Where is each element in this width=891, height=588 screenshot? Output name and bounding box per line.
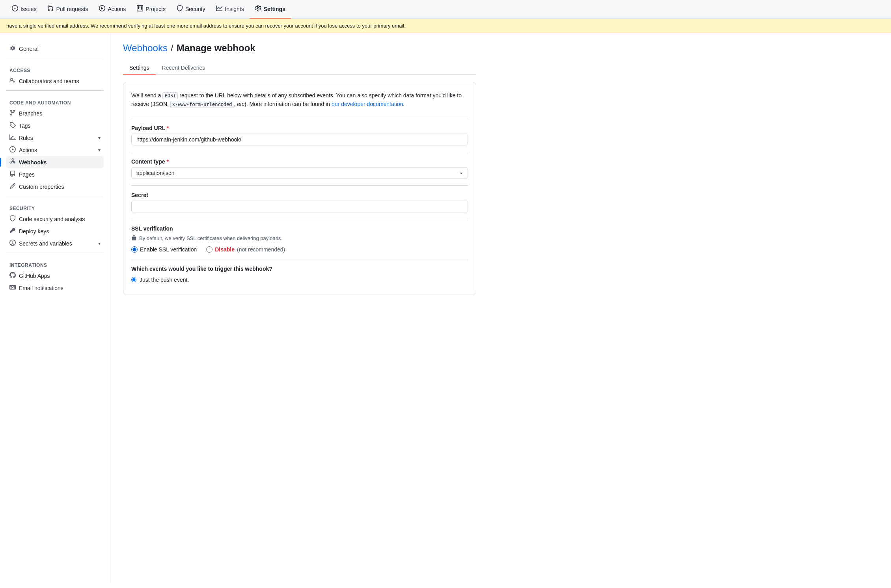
sidebar-item-pages[interactable]: Pages — [6, 168, 104, 180]
branches-icon — [9, 110, 16, 117]
sidebar-secrets-label: Secrets and variables — [19, 240, 95, 247]
custom-properties-icon — [9, 183, 16, 190]
nav-issues[interactable]: Issues — [6, 0, 42, 19]
disable-ssl-radio[interactable] — [206, 246, 212, 253]
payload-url-input[interactable] — [131, 134, 468, 145]
security-icon — [177, 5, 183, 13]
sidebar-item-rules[interactable]: Rules ▾ — [6, 132, 104, 144]
events-title: Which events would you like to trigger t… — [131, 266, 468, 272]
sidebar-code-security-label: Code security and analysis — [19, 216, 101, 222]
webhooks-icon — [9, 158, 16, 166]
enable-ssl-radio[interactable] — [131, 246, 138, 253]
settings-icon — [255, 5, 261, 13]
sidebar-divider-1 — [6, 58, 104, 58]
page-title: Webhooks / Manage webhook — [123, 43, 476, 54]
sidebar-item-email-notifications[interactable]: Email notifications — [6, 282, 104, 294]
urlencoded-code: x-www-form-urlencoded — [170, 101, 234, 108]
sidebar-item-collaborators[interactable]: Collaborators and teams — [6, 75, 104, 87]
nav-security-label: Security — [185, 6, 205, 12]
sidebar-section-code-automation: Code and automation — [6, 97, 104, 107]
sidebar-item-code-security[interactable]: Code security and analysis — [6, 213, 104, 225]
lock-icon — [131, 235, 137, 242]
sidebar-collaborators-label: Collaborators and teams — [19, 78, 101, 84]
sidebar-item-actions[interactable]: Actions ▾ — [6, 144, 104, 156]
webhook-form: We'll send a POST request to the URL bel… — [123, 83, 476, 294]
nav-pullrequests[interactable]: Pull requests — [42, 0, 93, 19]
just-push-option[interactable]: Just the push event. — [131, 277, 468, 283]
nav-issues-label: Issues — [21, 6, 36, 12]
issues-icon — [12, 5, 18, 13]
form-description: We'll send a POST request to the URL bel… — [131, 91, 468, 117]
just-push-label: Just the push event. — [140, 277, 189, 283]
tab-settings[interactable]: Settings — [123, 61, 156, 75]
sidebar-section-access: Access — [6, 65, 104, 75]
content-type-label: Content type * — [131, 158, 468, 165]
developer-docs-link[interactable]: our developer documentation — [332, 101, 403, 107]
projects-icon — [137, 5, 143, 13]
sidebar-email-label: Email notifications — [19, 285, 101, 291]
ssl-description-text: By default, we verify SSL certificates w… — [139, 235, 282, 241]
sidebar-custom-properties-label: Custom properties — [19, 184, 101, 190]
secrets-chevron-icon: ▾ — [98, 241, 101, 246]
just-push-radio[interactable] — [131, 277, 136, 282]
sidebar-actions-label: Actions — [19, 147, 95, 153]
tab-bar: Settings Recent Deliveries — [123, 61, 476, 75]
sidebar-item-general[interactable]: General — [6, 43, 104, 55]
deploy-keys-icon — [9, 227, 16, 235]
sidebar-deploy-keys-label: Deploy keys — [19, 228, 101, 234]
sidebar-branches-label: Branches — [19, 110, 101, 117]
sidebar-pages-label: Pages — [19, 171, 101, 178]
nav-projects[interactable]: Projects — [131, 0, 171, 19]
page-header: Webhooks / Manage webhook — [123, 43, 476, 54]
actions-icon — [99, 5, 105, 13]
nav-insights-label: Insights — [225, 6, 244, 12]
github-apps-icon — [9, 272, 16, 279]
sidebar-item-deploy-keys[interactable]: Deploy keys — [6, 225, 104, 237]
nav-pullrequests-label: Pull requests — [56, 6, 88, 12]
pages-icon — [9, 171, 16, 178]
rules-icon — [9, 134, 16, 141]
sidebar-item-custom-properties[interactable]: Custom properties — [6, 180, 104, 193]
ssl-title: SSL verification — [131, 225, 468, 232]
breadcrumb-link[interactable]: Webhooks — [123, 43, 168, 54]
top-navigation: Issues Pull requests Actions Projects Se… — [0, 0, 891, 19]
content-type-select[interactable]: application/json application/x-www-form-… — [131, 167, 468, 179]
pullrequest-icon — [47, 5, 54, 13]
enable-ssl-label: Enable SSL verification — [140, 246, 197, 253]
ssl-field: SSL verification By default, we verify S… — [131, 225, 468, 259]
sidebar-item-tags[interactable]: Tags — [6, 119, 104, 132]
enable-ssl-option[interactable]: Enable SSL verification — [131, 246, 197, 253]
disable-ssl-label: Disable — [215, 246, 235, 253]
events-field: Which events would you like to trigger t… — [131, 266, 468, 283]
warning-text: have a single verified email address. We… — [6, 23, 406, 29]
sidebar-item-github-apps[interactable]: GitHub Apps — [6, 270, 104, 282]
warning-banner: have a single verified email address. We… — [0, 19, 891, 33]
email-icon — [9, 284, 16, 292]
breadcrumb-sep: / — [171, 43, 173, 54]
sidebar-rules-label: Rules — [19, 135, 95, 141]
sidebar-section-security: Security — [6, 203, 104, 213]
disable-ssl-note: (not recommended) — [237, 246, 285, 253]
sidebar-tags-label: Tags — [19, 123, 101, 129]
sidebar-section-integrations: Integrations — [6, 259, 104, 270]
collaborators-icon — [9, 77, 16, 85]
nav-security[interactable]: Security — [171, 0, 211, 19]
content-type-field: Content type * application/json applicat… — [131, 158, 468, 186]
tab-recent-deliveries[interactable]: Recent Deliveries — [156, 61, 212, 75]
nav-actions[interactable]: Actions — [93, 0, 131, 19]
sidebar-item-webhooks[interactable]: Webhooks — [6, 156, 104, 168]
sidebar-item-branches[interactable]: Branches — [6, 107, 104, 119]
ssl-options: Enable SSL verification Disable (not rec… — [131, 246, 468, 253]
secret-input[interactable] — [131, 201, 468, 212]
ssl-description: By default, we verify SSL certificates w… — [131, 235, 468, 242]
sidebar-divider-2 — [6, 90, 104, 91]
tags-icon — [9, 122, 16, 129]
sidebar-general-label: General — [19, 46, 101, 52]
nav-settings[interactable]: Settings — [250, 0, 291, 19]
sidebar-webhooks-label: Webhooks — [19, 159, 101, 166]
disable-ssl-option[interactable]: Disable (not recommended) — [206, 246, 285, 253]
insights-icon — [216, 5, 222, 13]
nav-insights[interactable]: Insights — [211, 0, 249, 19]
sidebar-github-apps-label: GitHub Apps — [19, 273, 101, 279]
sidebar-item-secrets-variables[interactable]: Secrets and variables ▾ — [6, 237, 104, 249]
